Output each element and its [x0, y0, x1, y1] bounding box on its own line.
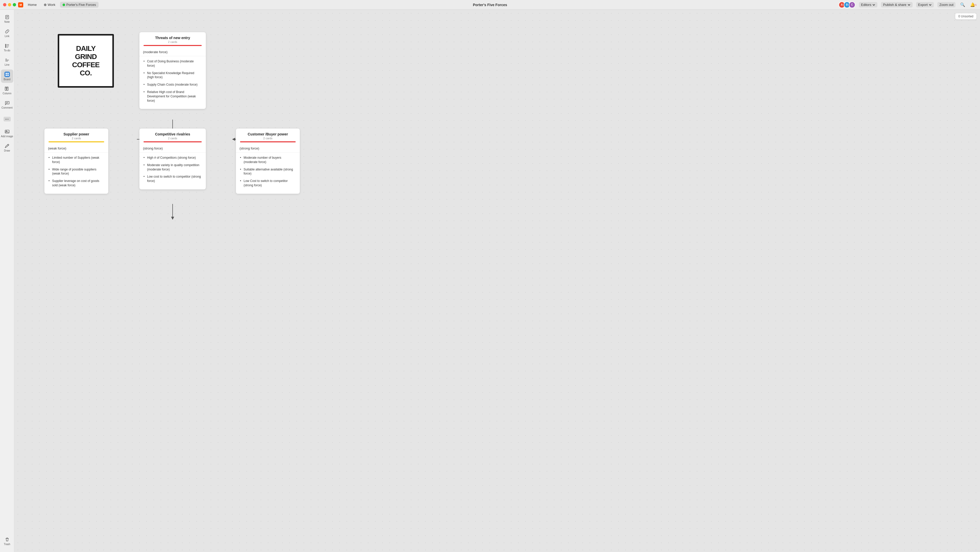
card-competitive-force: (strong force)	[139, 144, 206, 153]
list-item: No Specialist Knowledge Required (high f…	[143, 71, 202, 80]
sidebar-item-more[interactable]: •••	[1, 112, 13, 126]
unsorted-button[interactable]: 0 Unsorted	[955, 13, 977, 19]
close-button[interactable]	[3, 3, 6, 6]
card-supplier-title: Supplier power	[49, 132, 104, 136]
card-customer[interactable]: Customer /Buyer power 2 cards (strong fo…	[236, 129, 300, 194]
card-threats-subtitle: 2 cards	[143, 40, 202, 43]
title-bar: M Home Work Porter's Five Forces Porter'…	[0, 0, 980, 10]
svg-rect-13	[6, 73, 7, 74]
editors-button[interactable]: Editors	[859, 2, 877, 7]
avatar-3: C	[849, 2, 855, 8]
svg-rect-15	[6, 75, 7, 76]
svg-rect-14	[7, 73, 9, 74]
logo-card: DAILY GRIND COFFEE CO.	[58, 34, 114, 88]
sidebar-item-note[interactable]: Note	[1, 12, 13, 26]
card-competitive-title: Competitive rivalries	[143, 132, 202, 136]
card-threats-divider	[143, 45, 202, 46]
todo-icon	[5, 43, 10, 48]
export-button[interactable]: Export	[916, 2, 934, 7]
card-threats-force: (moderate force)	[139, 48, 206, 56]
sidebar: Note Link To-d	[0, 10, 14, 552]
list-item: Limited number of Suppliers (weak force)	[49, 156, 104, 164]
sidebar-note-label: Note	[4, 21, 10, 23]
sidebar-item-line[interactable]: Line	[1, 55, 13, 69]
card-competitive-bullets: High # of Competitors (strong force) Mod…	[139, 153, 206, 189]
card-threats-header: Threats of new entry 2 cards	[139, 32, 206, 48]
header-right: A B C Editors Publish & share Export Zoo…	[838, 1, 977, 8]
sidebar-item-todo[interactable]: To-do	[1, 41, 13, 54]
card-supplier-divider	[49, 141, 104, 142]
card-competitive-header: Competitive rivalries 2 cards	[139, 129, 206, 144]
list-item: High # of Competitors (strong force)	[143, 156, 202, 160]
list-item: Supply Chain Costs (moderate force)	[143, 83, 202, 87]
tab-work[interactable]: Work	[41, 2, 58, 8]
sidebar-item-add-image[interactable]: Add image	[1, 127, 13, 140]
list-item: Low Cost to switch to competitor (strong…	[240, 179, 296, 188]
card-threats-bullets: Cost of Doing Business (moderate force) …	[139, 56, 206, 109]
column-icon	[5, 86, 10, 91]
board-icon	[4, 72, 10, 77]
tab-home-label: Home	[28, 3, 37, 6]
maximize-button[interactable]	[13, 3, 16, 6]
notification-button[interactable]: 🔔 21	[970, 1, 977, 8]
page-title: Porter's Five Forces	[473, 3, 507, 7]
tab-home[interactable]: Home	[25, 2, 39, 8]
card-competitive-subtitle: 2 cards	[143, 137, 202, 140]
sidebar-item-column[interactable]: Column	[1, 84, 13, 97]
canvas[interactable]: DAILY GRIND COFFEE CO. Threats of new en…	[14, 10, 980, 552]
sidebar-item-trash[interactable]: Trash	[1, 534, 13, 548]
card-customer-title: Customer /Buyer power	[240, 132, 296, 136]
traffic-lights	[3, 3, 16, 6]
note-icon	[5, 14, 10, 20]
sidebar-todo-label: To-do	[4, 49, 10, 52]
comment-icon	[5, 101, 10, 105]
main-layout: Note Link To-d	[0, 10, 980, 552]
publish-share-button[interactable]: Publish & share	[881, 2, 912, 7]
trash-icon	[5, 537, 10, 542]
notification-count: 21	[974, 3, 977, 6]
card-customer-force: (strong force)	[236, 144, 300, 153]
list-item: Low cost to switch to competitor (strong…	[143, 174, 202, 183]
link-icon	[5, 29, 10, 34]
list-item: Relative High cost of Brand Development …	[143, 90, 202, 103]
svg-rect-17	[5, 87, 6, 91]
logo-text: DAILY GRIND COFFEE CO.	[72, 45, 100, 77]
line-icon	[5, 57, 10, 62]
card-supplier-force: (weak force)	[45, 144, 108, 153]
porters-tab-dot	[62, 3, 65, 6]
sidebar-item-draw[interactable]: Draw	[1, 141, 13, 154]
svg-rect-4	[5, 44, 6, 45]
tab-work-label: Work	[48, 3, 56, 6]
card-competitive-divider	[143, 141, 202, 142]
sidebar-item-comment[interactable]: Comment	[1, 98, 13, 112]
list-item: Suitable alternative available (strong f…	[240, 168, 296, 176]
card-threats[interactable]: Threats of new entry 2 cards (moderate f…	[139, 32, 206, 109]
card-supplier-subtitle: 2 cards	[49, 137, 104, 140]
search-button[interactable]: 🔍	[959, 1, 966, 8]
card-threats-title: Threats of new entry	[143, 36, 202, 40]
add-image-icon	[5, 129, 10, 134]
svg-marker-32	[232, 138, 235, 141]
more-icon: •••	[3, 117, 11, 121]
svg-line-26	[7, 145, 8, 146]
zoom-out-button[interactable]: Zoom out	[937, 2, 956, 7]
sidebar-link-label: Link	[5, 35, 9, 38]
list-item: Supplier leverage on cost of goods sold …	[49, 179, 104, 188]
app-icon: M	[18, 2, 23, 7]
card-supplier-bullets: Limited number of Suppliers (weak force)…	[45, 153, 108, 194]
sidebar-add-image-label: Add image	[1, 135, 13, 138]
sidebar-column-label: Column	[3, 92, 11, 95]
card-competitive[interactable]: Competitive rivalries 2 cards (strong fo…	[139, 129, 206, 189]
sidebar-item-board[interactable]: Board	[1, 70, 13, 83]
sidebar-item-link[interactable]: Link	[1, 27, 13, 40]
tab-porters[interactable]: Porter's Five Forces	[60, 2, 99, 8]
minimize-button[interactable]	[8, 3, 11, 6]
card-supplier[interactable]: Supplier power 2 cards (weak force) Limi…	[45, 129, 108, 194]
card-customer-subtitle: 2 cards	[240, 137, 296, 140]
sidebar-line-label: Line	[5, 63, 10, 66]
list-item: Wide range of possible suppliers (weak f…	[49, 168, 104, 176]
svg-rect-16	[7, 75, 9, 76]
sidebar-trash-label: Trash	[4, 543, 10, 546]
tab-porters-label: Porter's Five Forces	[67, 3, 96, 6]
avatars: A B C	[838, 2, 855, 8]
